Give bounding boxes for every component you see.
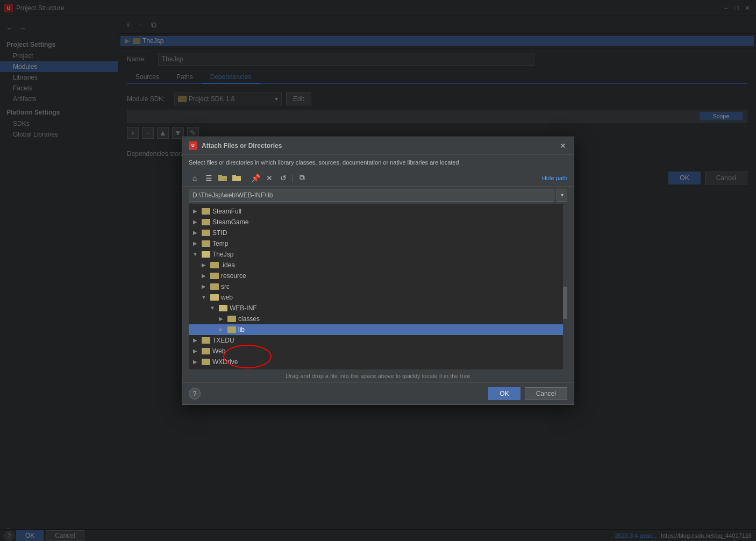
tree-label-webroot: Web — [212, 347, 565, 355]
tree-item-steamfull[interactable]: ▶ SteamFull — [189, 206, 567, 217]
dialog-subtitle: Select files or directories in which lib… — [182, 155, 574, 170]
folder-icon-web — [210, 294, 219, 301]
modal-overlay: U Attach Files or Directories ✕ Select f… — [0, 0, 756, 541]
folder-icon-webinf — [219, 305, 227, 311]
dialog-toolbar: ⌂ ☰ + 📌 ✕ ↺ ⧉ Hide path — [182, 170, 574, 187]
svg-text:+: + — [224, 177, 226, 182]
folder-icon-idea — [210, 262, 219, 268]
tree-label-steamgame: SteamGame — [212, 218, 565, 226]
tree-label-thejsp: TheJsp — [212, 251, 565, 258]
tree-label-web: web — [221, 294, 565, 301]
tree-item-thejsp[interactable]: ▼ TheJsp — [189, 249, 567, 260]
list-view-button[interactable]: ☰ — [203, 172, 215, 184]
refresh-button[interactable]: ↺ — [277, 172, 289, 184]
toolbar-separator-2 — [293, 174, 293, 182]
tree-label-webinf: WEB-INF — [230, 304, 565, 312]
dialog-action-buttons: OK Cancel — [488, 387, 567, 400]
tree-item-txedu[interactable]: ▶ TXEDU — [189, 335, 567, 346]
folder-icon-wxdrive — [202, 359, 210, 365]
tree-expand-thejsp[interactable]: ▼ — [191, 250, 199, 259]
dialog-title-bar: U Attach Files or Directories ✕ — [182, 137, 574, 155]
tree-label-src: src — [221, 283, 565, 290]
tree-expand-webroot[interactable]: ▶ — [191, 347, 199, 355]
folder-icon-txedu — [202, 337, 210, 344]
home-icon-button[interactable]: ⌂ — [189, 172, 201, 184]
folder-icon-stid — [202, 230, 210, 236]
dialog-drag-hint: Drag and drop a file into the space abov… — [182, 369, 574, 382]
expand-folder-button[interactable] — [231, 172, 243, 184]
tree-label-stid: STID — [212, 229, 565, 237]
tree-item-stid[interactable]: ▶ STID — [189, 227, 567, 238]
folder-icon-webroot — [202, 348, 210, 354]
tree-label-steamfull: SteamFull — [212, 208, 565, 215]
dialog-title-text: Attach Files or Directories — [202, 142, 554, 150]
tree-label-classes: classes — [238, 315, 565, 323]
tree-expand-steamfull[interactable]: ▶ — [191, 207, 199, 216]
tree-scrollbar[interactable] — [563, 204, 567, 369]
copy-path-button[interactable]: ⧉ — [296, 172, 308, 184]
svg-rect-3 — [232, 176, 241, 181]
tree-expand-temp[interactable]: ▶ — [191, 239, 199, 248]
folder-icon-classes — [227, 316, 236, 322]
tree-label-wxdrive: WXDrive — [212, 358, 565, 366]
path-dropdown-button[interactable]: ▾ — [557, 189, 567, 202]
hide-path-link[interactable]: Hide path — [542, 175, 567, 181]
tree-item-wxdrive[interactable]: ▶ WXDrive — [189, 357, 567, 367]
tree-expand-idea[interactable]: ▶ — [199, 261, 208, 269]
tree-expand-resource[interactable]: ▶ — [199, 272, 208, 280]
tree-item-classes[interactable]: ▶ classes — [189, 314, 567, 324]
tree-item-src[interactable]: ▶ src — [189, 281, 567, 292]
svg-rect-1 — [218, 175, 222, 176]
tree-expand-web[interactable]: ▼ — [199, 293, 208, 302]
tree-label-resource: resource — [221, 272, 565, 280]
tree-item-resource[interactable]: ▶ resource — [189, 270, 567, 281]
tree-label-txedu: TXEDU — [212, 337, 565, 344]
folder-icon-src — [210, 283, 219, 290]
folder-icon-resource — [210, 273, 219, 279]
svg-rect-4 — [232, 175, 236, 176]
folder-icon-thejsp — [202, 251, 210, 258]
path-input[interactable] — [189, 189, 554, 202]
dialog-ok-button[interactable]: OK — [488, 387, 520, 400]
tree-label-idea: .idea — [221, 261, 565, 269]
tree-item-idea[interactable]: ▶ .idea — [189, 260, 567, 270]
dialog-close-button[interactable]: ✕ — [559, 141, 567, 150]
attach-files-dialog: U Attach Files or Directories ✕ Select f… — [182, 137, 574, 405]
toolbar-separator-1 — [246, 174, 246, 182]
delete-button[interactable]: ✕ — [263, 172, 275, 184]
folder-icon-steamgame — [202, 219, 210, 225]
pin-button[interactable]: 📌 — [249, 172, 261, 184]
tree-expand-txedu[interactable]: ▶ — [191, 336, 199, 345]
dialog-footer: ? OK Cancel — [182, 382, 574, 404]
tree-item-steamgame[interactable]: ▶ SteamGame — [189, 217, 567, 227]
tree-expand-wxdrive[interactable]: ▶ — [191, 358, 199, 366]
dialog-icon: U — [189, 141, 197, 150]
tree-expand-classes[interactable]: ▶ — [217, 315, 225, 323]
tree-item-web[interactable]: ▼ web — [189, 292, 567, 303]
folder-icon-steamfull — [202, 208, 210, 215]
dialog-help-button[interactable]: ? — [189, 388, 201, 400]
tree-expand-src[interactable]: ▶ — [199, 282, 208, 291]
tree-scrollbar-thumb[interactable] — [563, 287, 567, 319]
tree-expand-stid[interactable]: ▶ — [191, 229, 199, 237]
dialog-path-row: ▾ — [182, 187, 574, 204]
tree-item-lib[interactable]: ▶ lib — [189, 324, 567, 335]
tree-expand-steamgame[interactable]: ▶ — [191, 218, 199, 226]
file-tree[interactable]: ▶ SteamFull ▶ SteamGame ▶ STID ▶ Temp — [189, 204, 567, 369]
tree-label-lib: lib — [238, 326, 565, 333]
folder-icon-temp — [202, 240, 210, 247]
tree-item-webroot[interactable]: ▶ Web — [189, 346, 567, 357]
dialog-cancel-button[interactable]: Cancel — [525, 387, 567, 400]
tree-expand-webinf[interactable]: ▼ — [208, 304, 217, 312]
tree-expand-lib[interactable]: ▶ — [217, 325, 225, 334]
tree-label-temp: Temp — [212, 240, 565, 247]
tree-item-webinf[interactable]: ▼ WEB-INF — [189, 303, 567, 314]
new-folder-button[interactable]: + — [217, 172, 229, 184]
folder-icon-lib — [227, 326, 236, 333]
tree-item-temp[interactable]: ▶ Temp — [189, 238, 567, 249]
